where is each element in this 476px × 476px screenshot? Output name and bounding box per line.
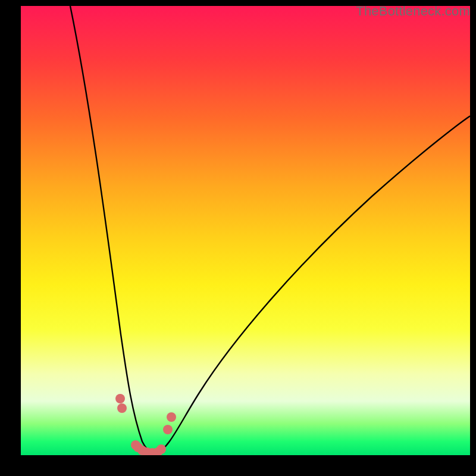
svg-point-0	[115, 394, 125, 403]
svg-point-8	[156, 444, 166, 454]
svg-point-10	[167, 412, 176, 422]
marker-group	[115, 394, 176, 455]
svg-point-1	[117, 403, 127, 413]
chart-plot-area	[21, 6, 470, 455]
bottleneck-curve-svg	[21, 6, 470, 455]
chart-frame: TheBottleneck.com	[0, 0, 476, 476]
svg-point-9	[163, 425, 173, 434]
bottleneck-curve	[70, 6, 470, 453]
